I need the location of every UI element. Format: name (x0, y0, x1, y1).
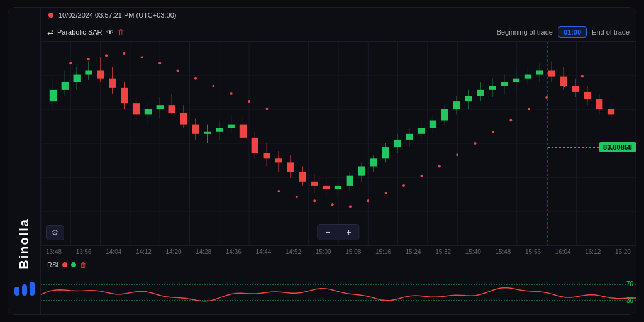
time-label: 14:52 (286, 248, 301, 255)
end-of-trade-label: End of trade (592, 28, 630, 36)
svg-rect-2 (30, 282, 35, 296)
time-label: 15:08 (345, 248, 361, 255)
rsi-level-70-label: 70 (626, 280, 633, 287)
time-labels: 13:4813:5614:0414:1214:2014:2814:3614:44… (41, 248, 636, 255)
time-label: 14:36 (226, 248, 242, 255)
timestamp: 10/02/2024 03:57:21 PM (UTC+03:00) (58, 11, 176, 19)
time-label: 14:20 (166, 248, 182, 255)
time-label: 14:44 (255, 248, 271, 255)
indicator-row: ⇄ Parabolic SAR 👁 🗑 Beginning of trade 0… (41, 23, 636, 42)
rsi-header: RSI 🗑 (41, 258, 93, 271)
rsi-chart-canvas (41, 258, 636, 314)
time-label: 16:20 (615, 248, 631, 255)
sidebar: Binolla (8, 8, 41, 314)
time-label: 16:04 (555, 248, 571, 255)
time-label: 13:48 (46, 248, 62, 255)
zoom-in-button[interactable]: + (339, 225, 359, 240)
time-label: 15:40 (465, 248, 481, 255)
indicator-icon: ⇄ (47, 28, 53, 36)
status-dot (48, 13, 53, 18)
time-axis: 13:4813:5614:0414:1214:2014:2814:3614:44… (41, 245, 636, 258)
beginning-of-trade-label: Beginning of trade (497, 28, 553, 36)
time-label: 14:12 (136, 248, 152, 255)
time-label: 15:48 (495, 248, 511, 255)
time-label: 13:56 (76, 248, 92, 255)
brand-name: Binolla (17, 218, 31, 269)
rsi-level-30-label: 30 (626, 297, 633, 304)
time-label: 15:24 (406, 248, 421, 255)
zoom-out-button[interactable]: − (318, 225, 338, 240)
rsi-label: RSI (47, 261, 58, 269)
svg-rect-1 (22, 284, 27, 296)
rsi-panel: RSI 🗑 70 30 (41, 258, 636, 314)
time-label: 14:28 (196, 248, 211, 255)
time-label: 16:12 (585, 248, 601, 255)
chart-header: 10/02/2024 03:57:21 PM (UTC+03:00) (41, 8, 636, 23)
svg-rect-0 (14, 287, 19, 296)
trade-time-input[interactable]: 01:00 (558, 26, 587, 38)
time-label: 15:16 (375, 248, 391, 255)
delete-icon[interactable]: 🗑 (118, 28, 125, 36)
brand-icon (14, 282, 35, 299)
eye-icon[interactable]: 👁 (106, 28, 114, 36)
main-area: 10/02/2024 03:57:21 PM (UTC+03:00) ⇄ Par… (41, 8, 636, 314)
filter-button[interactable]: ⚙ (46, 225, 64, 240)
main-chart-canvas (41, 42, 636, 245)
time-label: 15:00 (316, 248, 331, 255)
chart-container: 83.80858 ⚙ − + (41, 42, 636, 245)
rsi-dot-green (71, 262, 76, 267)
time-label: 14:04 (106, 248, 121, 255)
trade-controls: Beginning of trade 01:00 End of trade (497, 26, 630, 38)
current-price-label: 83.80858 (599, 142, 636, 152)
zoom-controls: − + (317, 224, 359, 240)
time-label: 15:56 (525, 248, 541, 255)
rsi-dot-red (62, 262, 67, 267)
indicator-name: Parabolic SAR (57, 28, 103, 36)
rsi-delete-icon[interactable]: 🗑 (80, 261, 87, 269)
time-label: 15:32 (435, 248, 451, 255)
